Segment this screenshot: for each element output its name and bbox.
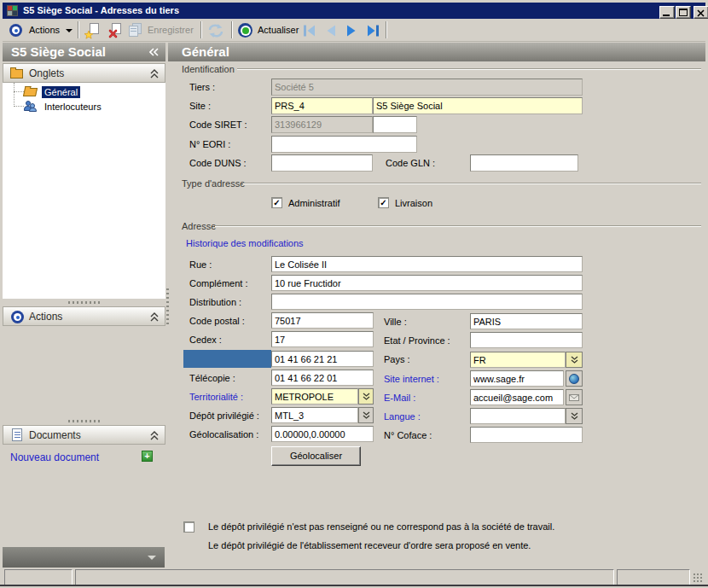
depot-field[interactable]: [271, 407, 358, 423]
collapse-actions-icon[interactable]: [150, 312, 159, 322]
administratif-checkbox[interactable]: ✓: [271, 197, 282, 208]
status-cell-3: [617, 569, 690, 585]
depot-warning-checkbox[interactable]: [183, 521, 194, 533]
siret-label: Code SIRET :: [189, 119, 247, 130]
geoloc-field[interactable]: [271, 426, 374, 442]
splitter-handle[interactable]: [68, 301, 101, 304]
delete-address-button[interactable]: [106, 21, 125, 39]
send-email-button[interactable]: [566, 389, 583, 405]
geolocaliser-button[interactable]: Géolocaliser: [271, 446, 361, 466]
open-website-button[interactable]: [566, 370, 583, 387]
coface-field[interactable]: [470, 427, 583, 443]
new-address-button[interactable]: [84, 21, 102, 39]
actions-icon: [9, 24, 22, 37]
site-code-field[interactable]: [271, 97, 373, 114]
email-field[interactable]: [470, 389, 564, 405]
panel-actions-label: Actions: [29, 311, 62, 323]
code-postal-field[interactable]: [271, 312, 374, 329]
collapse-documents-icon[interactable]: [150, 431, 159, 440]
depot-label: Dépôt privilégié :: [189, 410, 259, 421]
pays-label: Pays :: [384, 354, 410, 364]
site-internet-field[interactable]: [470, 370, 564, 387]
title-bar: S5 Siège Social - Adresses du tiers: [3, 3, 705, 19]
pays-field[interactable]: [470, 352, 566, 368]
footer-note-line2: Le dépôt privilégié de l'établissement r…: [208, 540, 531, 550]
geoloc-label: Géolocalisation :: [189, 429, 258, 440]
sidebar-splitter-handle[interactable]: [166, 288, 169, 324]
status-cell-1: [4, 569, 73, 585]
nav-prev-icon[interactable]: [325, 25, 336, 37]
actions-menu[interactable]: Actions: [29, 25, 60, 35]
actions-panel-icon: [11, 311, 24, 323]
gln-field[interactable]: [470, 154, 578, 172]
etat-field[interactable]: [470, 332, 583, 348]
close-button[interactable]: [693, 6, 708, 19]
history-link[interactable]: Historique des modifications: [186, 238, 304, 248]
territorialite-dropdown[interactable]: [358, 388, 374, 405]
app-icon: [7, 5, 18, 16]
site-label: Site :: [189, 101, 211, 111]
telecopie-label: Télécopie :: [189, 373, 235, 383]
telephone-field[interactable]: [271, 351, 374, 367]
distribution-field[interactable]: [271, 294, 583, 310]
sidebar-collapsed-bar[interactable]: [3, 547, 165, 568]
collapse-sidebar-icon[interactable]: [149, 48, 160, 56]
footer-note-line1: Le dépôt privilégié n'est pas renseigné …: [208, 521, 554, 532]
eori-field[interactable]: [271, 136, 417, 153]
complement-field[interactable]: [271, 275, 583, 291]
livraison-checkbox[interactable]: ✓: [378, 197, 389, 208]
territorialite-label[interactable]: Territorialité :: [189, 392, 243, 402]
new-document-link[interactable]: Nouveau document: [10, 451, 99, 463]
site-name-field[interactable]: [373, 97, 583, 114]
sync-icon[interactable]: [207, 24, 224, 38]
telephone-label-highlight[interactable]: [183, 350, 271, 368]
complement-label: Complément :: [189, 278, 247, 288]
tree-item-interlocuteurs-label[interactable]: Interlocuteurs: [42, 101, 104, 113]
add-document-button[interactable]: +: [142, 451, 153, 462]
territorialite-field[interactable]: [271, 388, 358, 405]
splitter-handle-2[interactable]: [68, 420, 101, 422]
pays-dropdown[interactable]: [566, 352, 583, 368]
panel-onglets-label: Onglets: [29, 67, 64, 79]
depot-dropdown[interactable]: [358, 407, 374, 423]
section-identification: Identification: [182, 64, 235, 74]
minimize-button[interactable]: [659, 6, 675, 19]
refresh-icon[interactable]: [238, 23, 252, 38]
refresh-button[interactable]: Actualiser: [258, 25, 299, 35]
duns-field[interactable]: [271, 154, 373, 172]
collapse-onglets-icon[interactable]: [150, 69, 159, 79]
tree-item-general-label[interactable]: Général: [42, 86, 80, 98]
administratif-label: Administratif: [288, 198, 340, 208]
globe-icon: [569, 374, 579, 384]
ville-field[interactable]: [470, 313, 583, 329]
rue-field[interactable]: [271, 256, 583, 272]
telecopie-field[interactable]: [271, 370, 374, 386]
actions-dropdown-arrow[interactable]: [66, 29, 73, 32]
siret-suffix-field[interactable]: [373, 116, 417, 133]
coface-label: N° Coface :: [384, 430, 432, 440]
panel-onglets-header[interactable]: Onglets: [3, 63, 165, 83]
langue-label[interactable]: Langue :: [384, 411, 421, 422]
cedex-field[interactable]: [271, 331, 374, 347]
nav-last-icon[interactable]: [367, 25, 380, 37]
tree-item-general[interactable]: Général: [24, 84, 126, 99]
tree-item-interlocuteurs[interactable]: Interlocuteurs: [24, 99, 143, 114]
langue-dropdown[interactable]: [566, 408, 583, 424]
window-title: S5 Siège Social - Adresses du tiers: [23, 5, 179, 15]
ville-label: Ville :: [384, 317, 407, 327]
maximize-button[interactable]: [676, 6, 691, 19]
save-button[interactable]: Enregistrer: [148, 25, 194, 35]
save-icon: [128, 23, 143, 38]
status-cell-2: [75, 569, 614, 585]
panel-documents-header[interactable]: Documents: [3, 425, 165, 445]
email-label[interactable]: E-Mail :: [384, 393, 415, 403]
etat-label: Etat / Province :: [384, 335, 450, 346]
livraison-label: Livraison: [395, 198, 432, 208]
site-internet-label[interactable]: Site internet :: [384, 374, 439, 384]
nav-next-icon[interactable]: [346, 25, 357, 37]
langue-field[interactable]: [470, 408, 566, 424]
resize-grip[interactable]: [693, 573, 703, 583]
main-header: Général: [168, 43, 705, 61]
nav-first-icon[interactable]: [303, 25, 316, 37]
panel-actions-header[interactable]: Actions: [3, 306, 165, 326]
